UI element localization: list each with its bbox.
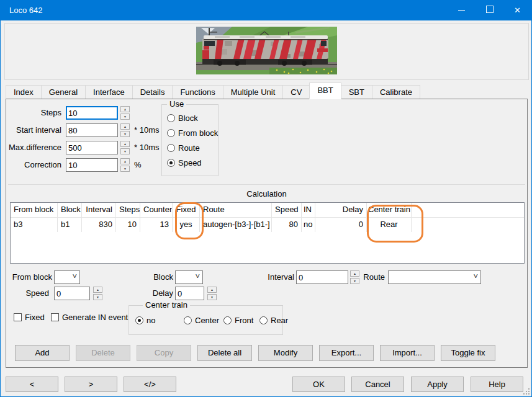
chevron-down-icon: ˅ — [195, 272, 200, 281]
spinner-up-icon[interactable]: ▲ — [120, 106, 130, 112]
from-block-combobox[interactable]: ˅ — [54, 270, 80, 284]
cell-counter: 13 — [140, 218, 173, 232]
radio-icon — [167, 114, 175, 122]
editor-from-block-label: From block — [6, 272, 52, 282]
delete-button: Delete — [76, 345, 130, 361]
maximize-icon[interactable] — [476, 1, 503, 20]
col-steps: Steps — [116, 203, 140, 217]
calculation-table[interactable]: From block Block Interval Steps Counter … — [10, 202, 525, 264]
tab-strip: IndexGeneralInterfaceDetailsFunctionsMul… — [6, 85, 420, 99]
use-group-title: Use — [167, 99, 186, 109]
prev-loco-button[interactable]: < — [6, 377, 58, 392]
tab-multiple-unit[interactable]: Multiple Unit — [223, 85, 284, 99]
max-difference-input[interactable] — [66, 141, 118, 154]
cancel-button[interactable]: Cancel — [351, 377, 404, 392]
minimize-icon[interactable] — [448, 1, 476, 20]
delay-spinner: ▲▼ — [207, 287, 217, 300]
toggle-fix-button[interactable]: Toggle fix — [441, 345, 495, 361]
radio-center-train-center[interactable]: Center — [184, 316, 219, 325]
generate-in-event-checkbox[interactable]: Generate IN event — [51, 313, 128, 322]
titlebar: Loco 642 ✕ — [1, 1, 531, 20]
correction-label: Correction — [6, 160, 61, 169]
resize-grip-icon[interactable] — [523, 388, 530, 395]
next-loco-button[interactable]: > — [65, 377, 117, 392]
add-button[interactable]: Add — [15, 345, 70, 361]
radio-icon — [184, 316, 192, 324]
fixed-checkbox[interactable]: Fixed — [14, 313, 45, 322]
cell-in: no — [302, 218, 315, 232]
tab-general[interactable]: General — [41, 85, 86, 99]
loco-photo-panel — [4, 23, 529, 80]
speed-input[interactable] — [54, 287, 90, 300]
spinner-down-icon[interactable]: ▼ — [120, 166, 130, 172]
max-difference-unit: * 10ms — [134, 143, 159, 152]
speed-spinner: ▲▼ — [93, 287, 102, 300]
radio-icon — [135, 316, 143, 324]
help-button[interactable]: Help — [471, 377, 523, 392]
spinner-up-icon[interactable]: ▲ — [207, 287, 217, 293]
tab-index[interactable]: Index — [6, 85, 42, 99]
spinner-down-icon[interactable]: ▼ — [93, 294, 102, 300]
import-button[interactable]: Import... — [380, 345, 435, 361]
radio-center-train-no[interactable]: no — [135, 316, 155, 325]
spinner-up-icon[interactable]: ▲ — [120, 158, 130, 164]
steps-label: Steps — [6, 108, 61, 117]
tab-sbt[interactable]: SBT — [341, 85, 372, 99]
cell-from-block: b3 — [11, 218, 58, 232]
editor-interval-label: Interval — [257, 272, 294, 282]
radio-use-from-block[interactable]: From block — [167, 128, 218, 138]
spinner-up-icon[interactable]: ▲ — [120, 141, 130, 147]
separator — [8, 184, 525, 185]
export-button[interactable]: Export... — [319, 345, 374, 361]
spinner-down-icon[interactable]: ▼ — [120, 148, 130, 154]
radio-center-train-rear[interactable]: Rear — [259, 316, 288, 325]
chevron-down-icon: ˅ — [473, 272, 478, 281]
spinner-down-icon[interactable]: ▼ — [120, 114, 130, 120]
delete-all-button[interactable]: Delete all — [197, 345, 252, 361]
start-interval-spinner: ▲▼ — [120, 123, 130, 137]
editor-route-label: Route — [348, 272, 385, 282]
cell-delay: 0 — [315, 218, 367, 232]
cell-speed: 80 — [272, 218, 302, 232]
code-view-button[interactable]: </> — [124, 377, 176, 392]
tab-cv[interactable]: CV — [282, 85, 310, 99]
tab-interface[interactable]: Interface — [85, 85, 133, 99]
spinner-up-icon[interactable]: ▲ — [93, 287, 102, 293]
interval-input[interactable] — [296, 270, 348, 284]
block-combobox[interactable]: ˅ — [175, 270, 203, 284]
apply-button[interactable]: Apply — [411, 377, 464, 392]
center-train-group-title: Center train — [143, 300, 190, 310]
modify-button[interactable]: Modify — [258, 345, 313, 361]
steps-input[interactable] — [66, 106, 118, 120]
spinner-up-icon[interactable]: ▲ — [120, 123, 130, 130]
copy-button: Copy — [137, 345, 191, 361]
cell-filler — [412, 218, 524, 232]
col-delay: Delay — [315, 203, 367, 217]
tab-details[interactable]: Details — [132, 85, 173, 99]
radio-use-speed[interactable]: Speed — [167, 158, 202, 167]
col-from-block: From block — [11, 203, 58, 217]
use-group: Use Block From block Route Speed — [161, 104, 219, 176]
radio-use-block[interactable]: Block — [167, 114, 198, 123]
radio-icon — [167, 159, 175, 167]
bbt-tab-page: Steps ▲▼ Start interval ▲▼ * 10ms Max.di… — [6, 99, 528, 368]
start-interval-input[interactable] — [66, 123, 118, 137]
route-combobox[interactable]: ˅ — [388, 270, 481, 284]
delay-input[interactable] — [175, 287, 204, 300]
radio-use-route[interactable]: Route — [167, 143, 200, 153]
center-train-group: Center train no Center Front Rear — [128, 305, 283, 335]
radio-center-train-front[interactable]: Front — [223, 316, 253, 325]
correction-input[interactable] — [66, 158, 118, 172]
close-icon[interactable]: ✕ — [503, 1, 531, 20]
spinner-down-icon[interactable]: ▼ — [207, 294, 217, 300]
tab-calibrate[interactable]: Calibrate — [372, 85, 420, 99]
table-row[interactable]: b3 b1 830 10 13 yes autogen-[b3-]-[b1-] … — [11, 218, 524, 232]
col-in: IN — [302, 203, 315, 217]
tab-functions[interactable]: Functions — [172, 85, 223, 99]
cell-fixed: yes — [173, 218, 200, 232]
window-title: Loco 642 — [9, 6, 43, 15]
ok-button[interactable]: OK — [292, 377, 345, 392]
spinner-down-icon[interactable]: ▼ — [120, 131, 130, 137]
col-interval: Interval — [82, 203, 116, 217]
tab-bbt[interactable]: BBT — [309, 83, 341, 99]
